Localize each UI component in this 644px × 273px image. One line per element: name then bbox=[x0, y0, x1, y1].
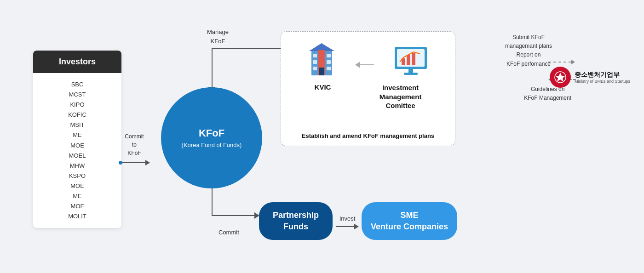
svg-rect-8 bbox=[327, 67, 331, 70]
submit-arrow-head bbox=[571, 60, 575, 64]
kfof-title: KFoF bbox=[199, 127, 224, 139]
commit-to-kfof-area: CommittoKFoF bbox=[119, 132, 150, 165]
ministry-logo-area: 중소벤처기업부 Ministry of SMEs and Startups bbox=[550, 67, 630, 88]
arrow-head-right bbox=[145, 160, 150, 165]
kvic-building-icon bbox=[307, 41, 337, 80]
kvic-labels-row: KVIC InvestmentManagementComittee bbox=[281, 83, 455, 110]
investors-list: SBCMCSTKIPOKOFICMSITMEMOEMOELMHWKSPOMOEM… bbox=[33, 73, 121, 228]
commit-bottom-label: Commit bbox=[218, 229, 239, 236]
dashed-line-submit bbox=[548, 62, 571, 63]
svg-rect-15 bbox=[408, 69, 413, 73]
ministry-name: 중소벤처기업부 bbox=[575, 71, 630, 79]
invest-arrow-area: Invest bbox=[336, 215, 359, 229]
investor-item: ME bbox=[33, 191, 121, 201]
diagram-container: Investors SBCMCSTKIPOKOFICMSITMEMOEMOELM… bbox=[0, 0, 644, 273]
investors-box: Investors SBCMCSTKIPOKOFICMSITMEMOEMOELM… bbox=[33, 51, 121, 228]
investor-item: ME bbox=[33, 130, 121, 140]
investors-header: Investors bbox=[33, 51, 121, 73]
invest-arrow-head bbox=[354, 224, 359, 229]
partnership-pill-container: PartnershipFunds bbox=[259, 202, 333, 240]
sme-pill-container: SMEVenture Companies bbox=[362, 202, 457, 240]
submit-text: Submit KFoFmanagemant plansReport onKFoF… bbox=[505, 33, 552, 68]
svg-rect-7 bbox=[327, 60, 331, 64]
kvic-label: KVIC bbox=[315, 83, 331, 91]
investor-item: MHW bbox=[33, 161, 121, 171]
svg-rect-4 bbox=[313, 60, 317, 64]
investor-item: MSIT bbox=[33, 120, 121, 130]
kvic-management-box: KVIC InvestmentManagementComittee Establ… bbox=[281, 31, 455, 146]
manage-horizontal-line bbox=[212, 48, 283, 49]
investor-item: MOE bbox=[33, 141, 121, 151]
svg-rect-11 bbox=[397, 49, 425, 67]
kvic-bottom-text: Establish and amend KFoF management plan… bbox=[281, 132, 455, 139]
ministry-text-area: 중소벤처기업부 Ministry of SMEs and Startups bbox=[575, 71, 630, 84]
svg-rect-16 bbox=[404, 73, 418, 75]
investor-item: MOF bbox=[33, 201, 121, 211]
svg-rect-13 bbox=[407, 55, 410, 65]
kvic-icons-row bbox=[307, 41, 429, 80]
investor-item: MOLIT bbox=[33, 211, 121, 222]
arrow-dot bbox=[119, 161, 122, 165]
investor-item: KSPO bbox=[33, 171, 121, 181]
investor-item: MOEL bbox=[33, 151, 121, 161]
svg-rect-6 bbox=[327, 54, 331, 57]
sme-pill: SMEVenture Companies bbox=[362, 202, 457, 240]
svg-rect-3 bbox=[313, 54, 317, 57]
investor-item: MOE bbox=[33, 181, 121, 191]
kvic-inner-arrow bbox=[355, 62, 374, 68]
submit-arrow bbox=[548, 60, 575, 64]
arrow-line bbox=[122, 162, 145, 163]
svg-marker-1 bbox=[309, 43, 334, 51]
manage-vertical-line bbox=[212, 48, 213, 88]
svg-rect-14 bbox=[412, 53, 415, 65]
invest-arrow bbox=[336, 224, 359, 229]
investor-item: KIPO bbox=[33, 100, 121, 110]
ministry-emblem bbox=[550, 67, 571, 88]
commit-arrow bbox=[119, 160, 150, 165]
kfof-subtitle: (Korea Fund of Funds) bbox=[182, 142, 242, 148]
investor-item: MCST bbox=[33, 90, 121, 100]
manage-kfof-area: ManageKFoF bbox=[207, 28, 229, 46]
investor-item: KOFIC bbox=[33, 110, 121, 120]
invest-label: Invest bbox=[339, 215, 356, 222]
kfof-circle: KFoF (Korea Fund of Funds) bbox=[161, 87, 262, 188]
imc-label: InvestmentManagementComittee bbox=[380, 83, 422, 110]
vertical-line-down bbox=[212, 188, 213, 216]
svg-rect-9 bbox=[319, 68, 324, 75]
commit-to-kfof-label: CommittoKFoF bbox=[125, 132, 144, 157]
imc-monitor-icon bbox=[392, 45, 429, 80]
investor-item: SBC bbox=[33, 80, 121, 90]
horizontal-line-bottom bbox=[212, 215, 255, 216]
ministry-sub: Ministry of SMEs and Startups bbox=[575, 79, 630, 84]
partnership-pill: PartnershipFunds bbox=[259, 202, 333, 240]
manage-kfof-label: ManageKFoF bbox=[207, 28, 229, 46]
invest-arrow-line bbox=[336, 226, 354, 227]
svg-rect-5 bbox=[313, 67, 317, 70]
